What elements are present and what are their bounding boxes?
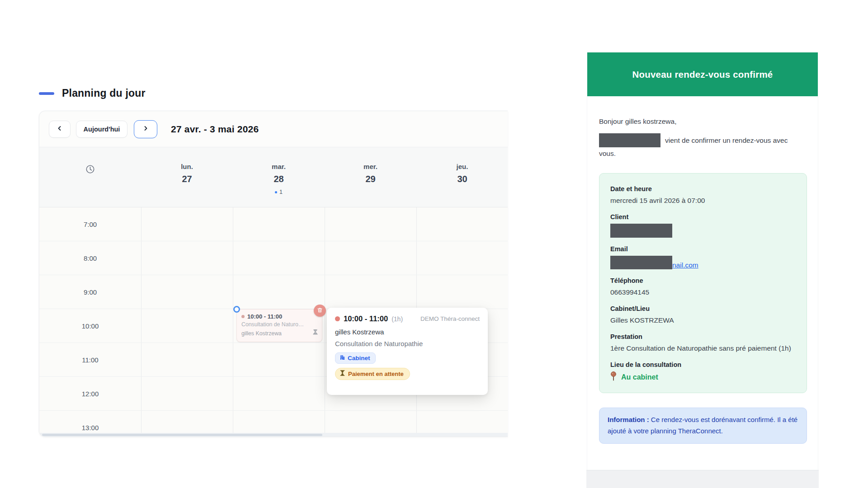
event-client: gilles Kostrzewa xyxy=(241,330,282,337)
time-row[interactable]: 7:00 xyxy=(39,207,508,241)
calendar-toolbar: Aujourd'hui 27 avr. - 3 mai 2026 xyxy=(39,111,508,147)
email-address-link[interactable]: nail.com xyxy=(672,261,698,269)
popover-time: 10:00 - 11:00 xyxy=(344,314,388,323)
redacted-block xyxy=(610,224,672,238)
count-dot-icon xyxy=(275,191,277,193)
field-client: Client xyxy=(610,213,796,238)
title-accent-dash xyxy=(39,92,54,95)
chevron-left-icon xyxy=(57,125,63,133)
horizontal-scrollbar[interactable] xyxy=(39,433,508,437)
calendar-body: lun. 27 mar. 28 1 mer. 29 jeu. xyxy=(39,147,508,437)
email-body: Bonjour gilles kostrzewa, vient de confi… xyxy=(587,117,818,444)
hourglass-icon xyxy=(313,328,318,337)
event-popover: 10:00 - 11:00 (1h) DEMO Théra-connect gi… xyxy=(327,308,488,395)
map-pin-icon xyxy=(610,371,617,383)
redacted-block xyxy=(599,133,660,147)
day-header-thu[interactable]: jeu. 30 xyxy=(416,147,508,207)
clock-icon xyxy=(85,164,95,176)
email-preview-panel: Nouveau rendez-vous confirmé Bonjour gil… xyxy=(587,52,818,470)
calendar-card: Aujourd'hui 27 avr. - 3 mai 2026 xyxy=(39,111,508,437)
event-status-dot xyxy=(335,316,340,321)
day-header-row: lun. 27 mar. 28 1 mer. 29 jeu. xyxy=(39,147,508,207)
building-icon xyxy=(340,354,345,361)
redacted-block xyxy=(610,256,672,269)
popover-duration: (1h) xyxy=(392,315,403,323)
popover-client: gilles Kostrzewa xyxy=(335,328,480,336)
event-count-badge: 1 xyxy=(275,189,283,195)
email-viewport-edge xyxy=(586,470,819,488)
day-header-mon[interactable]: lun. 27 xyxy=(141,147,233,207)
date-range-title: 27 avr. - 3 mai 2026 xyxy=(171,124,259,135)
field-phone: Téléphone 0663994145 xyxy=(610,277,796,297)
field-location: Lieu de la consultation Au cabinet xyxy=(610,361,796,383)
trash-icon xyxy=(317,307,323,315)
payment-pending-badge: Paiement en attente xyxy=(335,368,410,380)
event-status-dot xyxy=(241,315,245,318)
day-header-wed[interactable]: mer. 29 xyxy=(325,147,416,207)
chevron-right-icon xyxy=(142,125,149,133)
page-title: Planning du jour xyxy=(62,87,146,99)
time-column-header xyxy=(39,147,141,207)
location-badge: Cabinet xyxy=(335,352,376,364)
field-prestation: Prestation 1ère Consultation de Naturopa… xyxy=(610,333,796,353)
email-title: Nouveau rendez-vous confirmé xyxy=(632,69,773,80)
field-email: Email nail.com xyxy=(610,245,796,269)
day-header-tue[interactable]: mar. 28 1 xyxy=(233,147,325,207)
popover-service: Consultation de Naturopathie xyxy=(335,340,480,347)
popover-calendar-name: DEMO Théra-connect xyxy=(420,315,480,322)
info-box: Information : Ce rendez-vous est dorénav… xyxy=(599,408,807,444)
next-week-button[interactable] xyxy=(134,120,157,138)
email-greeting: Bonjour gilles kostrzewa, xyxy=(599,117,806,126)
screen: Planning du jour Aujourd'hui 27 avr. - 3… xyxy=(0,0,868,488)
today-button[interactable]: Aujourd'hui xyxy=(76,121,127,138)
hourglass-icon xyxy=(340,370,345,377)
time-grid[interactable]: 7:00 8:00 9:00 10:00 11:00 12:00 13:00 xyxy=(39,207,508,437)
field-cabinet: Cabinet/Lieu Gilles KOSTRZEWA xyxy=(610,305,796,325)
event-drag-handle[interactable] xyxy=(233,306,240,313)
email-header: Nouveau rendez-vous confirmé xyxy=(587,52,818,96)
field-date: Date et heure mercredi 15 avril 2026 à 0… xyxy=(610,185,796,206)
prev-week-button[interactable] xyxy=(49,121,71,138)
email-intro: vient de confirmer un rendez-vous avec v… xyxy=(599,133,803,160)
appointment-details-card: Date et heure mercredi 15 avril 2026 à 0… xyxy=(599,173,807,393)
scrollbar-thumb[interactable] xyxy=(42,434,322,436)
delete-event-button[interactable] xyxy=(314,305,326,317)
calendar-event[interactable]: 10:00 - 11:00 Consultation de Naturo… gi… xyxy=(236,309,322,342)
event-service: Consultation de Naturo… xyxy=(241,321,318,328)
planning-section-title: Planning du jour xyxy=(39,87,146,99)
time-row[interactable]: 9:00 xyxy=(39,275,508,309)
time-row[interactable]: 8:00 xyxy=(39,241,508,275)
